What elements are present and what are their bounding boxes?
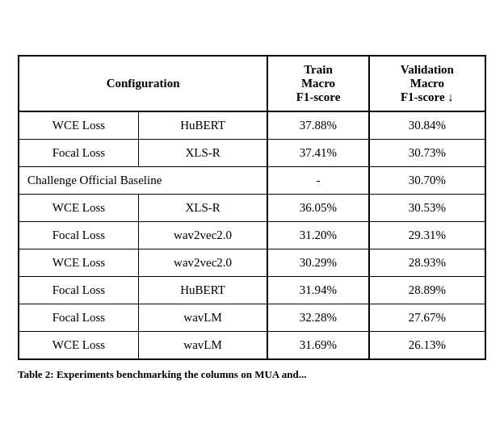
- val-cell: 27.67%: [369, 304, 485, 332]
- model-cell: wavLM: [138, 332, 267, 360]
- val-cell: 30.84%: [369, 111, 485, 140]
- table-row: WCE LossHuBERT37.88%30.84%: [19, 111, 485, 140]
- val-cell: 30.53%: [369, 195, 485, 222]
- train-cell: 31.94%: [267, 277, 369, 304]
- model-cell: wav2vec2.0: [138, 249, 267, 277]
- model-cell: XLS-R: [138, 195, 267, 222]
- table-row: Challenge Official Baseline-30.70%: [19, 167, 485, 195]
- train-cell: 37.88%: [267, 111, 369, 140]
- model-cell: HuBERT: [138, 111, 267, 140]
- header-validation: ValidationMacroF1-score ↓: [369, 56, 485, 111]
- loss-cell: Focal Loss: [19, 304, 138, 332]
- loss-cell: WCE Loss: [19, 249, 138, 277]
- model-cell: wavLM: [138, 304, 267, 332]
- loss-cell: Focal Loss: [19, 277, 138, 304]
- header-configuration: Configuration: [19, 56, 267, 111]
- loss-cell: WCE Loss: [19, 111, 138, 140]
- table-row: Focal LosswavLM32.28%27.67%: [19, 304, 485, 332]
- table-caption: Table 2: Experiments benchmarking the co…: [18, 368, 486, 381]
- train-cell: -: [267, 167, 369, 195]
- train-cell: 36.05%: [267, 195, 369, 222]
- table-row: Focal Losswav2vec2.031.20%29.31%: [19, 222, 485, 249]
- table-container: Configuration TrainMacroF1-score Validat…: [18, 55, 486, 381]
- header-train: TrainMacroF1-score: [267, 56, 369, 111]
- table-row: Focal LossXLS-R37.41%30.73%: [19, 140, 485, 167]
- val-cell: 29.31%: [369, 222, 485, 249]
- val-cell: 28.89%: [369, 277, 485, 304]
- loss-cell: WCE Loss: [19, 332, 138, 360]
- loss-cell: Focal Loss: [19, 222, 138, 249]
- caption-label: Table 2: Experiments benchmarking the co…: [18, 368, 306, 380]
- val-cell: 30.73%: [369, 140, 485, 167]
- loss-cell: Focal Loss: [19, 140, 138, 167]
- results-table: Configuration TrainMacroF1-score Validat…: [18, 55, 486, 360]
- loss-cell: WCE Loss: [19, 195, 138, 222]
- val-cell: 28.93%: [369, 249, 485, 277]
- model-cell: XLS-R: [138, 140, 267, 167]
- model-cell: wav2vec2.0: [138, 222, 267, 249]
- table-row: WCE LosswavLM31.69%26.13%: [19, 332, 485, 360]
- val-cell: 26.13%: [369, 332, 485, 360]
- table-row: Focal LossHuBERT31.94%28.89%: [19, 277, 485, 304]
- train-cell: 31.20%: [267, 222, 369, 249]
- train-cell: 30.29%: [267, 249, 369, 277]
- table-row: WCE LossXLS-R36.05%30.53%: [19, 195, 485, 222]
- train-cell: 32.28%: [267, 304, 369, 332]
- config-span-cell: Challenge Official Baseline: [19, 167, 267, 195]
- table-row: WCE Losswav2vec2.030.29%28.93%: [19, 249, 485, 277]
- model-cell: HuBERT: [138, 277, 267, 304]
- val-cell: 30.70%: [369, 167, 485, 195]
- train-cell: 31.69%: [267, 332, 369, 360]
- train-cell: 37.41%: [267, 140, 369, 167]
